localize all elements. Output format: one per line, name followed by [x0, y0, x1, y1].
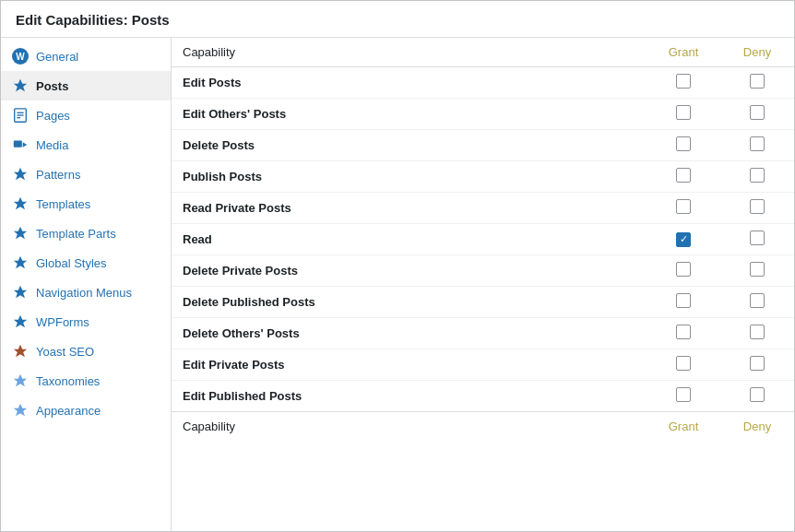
deny-cell [720, 67, 794, 99]
sidebar-label-appearance: Appearance [36, 404, 101, 418]
grant-checkbox[interactable] [676, 199, 691, 214]
table-row: Edit Private Posts [172, 349, 794, 381]
capability-name: Edit Private Posts [172, 349, 647, 381]
table-row: Edit Published Posts [172, 381, 794, 412]
deny-checkbox[interactable] [750, 356, 765, 371]
capability-name: Delete Published Posts [172, 287, 647, 318]
deny-checkbox[interactable] [750, 293, 765, 308]
svg-marker-5 [23, 142, 28, 147]
table-row: Edit Posts [172, 67, 794, 99]
appearance-icon [12, 402, 29, 419]
deny-checkbox[interactable] [750, 387, 765, 402]
deny-checkbox[interactable] [750, 262, 765, 277]
deny-checkbox[interactable] [750, 199, 765, 214]
grant-checkbox[interactable] [676, 325, 691, 339]
footer-capability: Capability [172, 412, 647, 442]
sidebar-item-global-styles[interactable]: Global Styles [1, 248, 171, 278]
capability-name: Delete Private Posts [172, 255, 647, 287]
sidebar-label-patterns: Patterns [36, 168, 80, 182]
grant-cell [647, 318, 720, 349]
table-row: Edit Others' Posts [172, 99, 794, 130]
deny-checkbox[interactable] [750, 136, 765, 151]
sidebar-label-posts: Posts [36, 79, 68, 93]
grant-checkbox[interactable]: ✓ [676, 232, 691, 247]
table-row: Publish Posts [172, 161, 794, 193]
sidebar-item-media[interactable]: Media [1, 130, 171, 160]
sidebar-label-global-styles: Global Styles [36, 256, 107, 270]
table-row: Read Private Posts [172, 193, 794, 224]
sidebar-item-yoast-seo[interactable]: Yoast SEO [1, 337, 171, 366]
wp-logo-icon: W [12, 48, 29, 65]
deny-cell [720, 318, 794, 349]
sidebar-item-wpforms[interactable]: WPForms [1, 307, 171, 337]
capabilities-table: Capability Grant Deny Edit PostsEdit Oth… [172, 38, 794, 441]
page-container: Edit Capabilities: Posts W General Posts [0, 0, 795, 532]
deny-cell [720, 381, 794, 412]
sidebar-item-appearance[interactable]: Appearance [1, 396, 171, 425]
header-capability: Capability [172, 38, 647, 67]
grant-cell [647, 381, 720, 412]
sidebar-label-template-parts: Template Parts [36, 227, 116, 241]
template-parts-icon [12, 225, 29, 242]
capability-name: Delete Others' Posts [172, 318, 647, 349]
sidebar-item-pages[interactable]: Pages [1, 100, 171, 130]
grant-checkbox[interactable] [676, 293, 691, 308]
sidebar-label-general: General [36, 50, 78, 64]
deny-cell [720, 161, 794, 193]
table-row: Delete Others' Posts [172, 318, 794, 349]
deny-cell [720, 287, 794, 318]
capability-name: Read [172, 224, 647, 255]
page-title: Edit Capabilities: Posts [1, 1, 794, 38]
sidebar-item-template-parts[interactable]: Template Parts [1, 219, 171, 248]
grant-checkbox[interactable] [676, 356, 691, 371]
grant-cell [647, 99, 720, 130]
table-row: Read✓ [172, 224, 794, 255]
sidebar-label-taxonomies: Taxonomies [36, 374, 100, 388]
sidebar-item-general[interactable]: W General [1, 41, 171, 71]
content-area: W General Posts Pages [1, 38, 794, 531]
sidebar-label-pages: Pages [36, 109, 70, 123]
grant-checkbox[interactable] [676, 105, 691, 120]
footer-deny: Deny [720, 412, 794, 442]
grant-checkbox[interactable] [676, 387, 691, 402]
grant-cell [647, 130, 720, 161]
sidebar-item-posts[interactable]: Posts [1, 71, 171, 100]
deny-cell [720, 349, 794, 381]
deny-cell [720, 193, 794, 224]
grant-cell [647, 255, 720, 287]
deny-cell [720, 255, 794, 287]
sidebar-label-navigation-menus: Navigation Menus [36, 286, 132, 300]
yoast-icon [12, 343, 29, 360]
deny-checkbox[interactable] [750, 168, 765, 183]
deny-checkbox[interactable] [750, 231, 765, 245]
deny-checkbox[interactable] [750, 325, 765, 339]
grant-cell [647, 67, 720, 99]
grant-checkbox[interactable] [676, 74, 691, 89]
grant-checkbox[interactable] [676, 136, 691, 151]
grant-checkbox[interactable] [676, 168, 691, 183]
grant-cell [647, 193, 720, 224]
capability-name: Edit Published Posts [172, 381, 647, 412]
global-styles-icon [12, 254, 29, 271]
grant-cell: ✓ [647, 224, 720, 255]
media-icon [12, 136, 29, 153]
sidebar-item-taxonomies[interactable]: Taxonomies [1, 366, 171, 396]
capability-name: Edit Others' Posts [172, 99, 647, 130]
grant-checkbox[interactable] [676, 262, 691, 277]
capability-name: Publish Posts [172, 161, 647, 193]
capability-name: Delete Posts [172, 130, 647, 161]
sidebar-label-media: Media [36, 138, 68, 152]
capability-name: Read Private Posts [172, 193, 647, 224]
wpforms-icon [12, 313, 29, 330]
table-footer-row: Capability Grant Deny [172, 412, 794, 442]
deny-checkbox[interactable] [750, 105, 765, 120]
sidebar-item-templates[interactable]: Templates [1, 189, 171, 219]
sidebar-item-patterns[interactable]: Patterns [1, 160, 171, 189]
deny-cell [720, 99, 794, 130]
sidebar: W General Posts Pages [1, 38, 172, 531]
posts-icon [12, 77, 29, 94]
sidebar-item-navigation-menus[interactable]: Navigation Menus [1, 278, 171, 307]
grant-cell [647, 161, 720, 193]
patterns-icon [12, 166, 29, 183]
deny-checkbox[interactable] [750, 74, 765, 89]
